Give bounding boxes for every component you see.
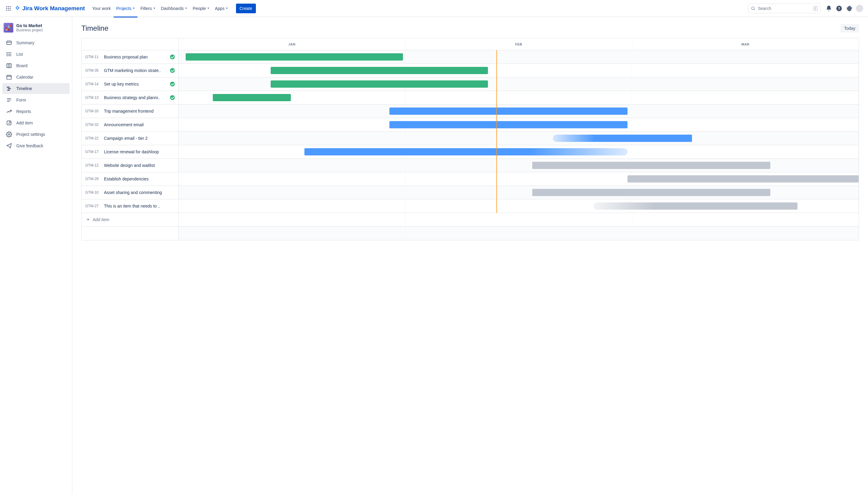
search-input[interactable] [758,6,811,11]
sidebar-item-summary[interactable]: Summary [2,37,70,48]
timeline-row[interactable]: GTM-22Campaign email - tier 2 [82,132,858,145]
month-label: JAN [179,38,405,50]
issue-key: GTM-35 [85,69,101,73]
svg-rect-30 [7,90,10,91]
svg-point-0 [6,6,7,7]
timeline-row[interactable]: GTM-29Establish dependencies [82,172,858,186]
timeline-row[interactable]: GTM-14Set up key metrics [82,77,858,91]
feedback-icon [6,143,12,149]
issue-key: GTM-11 [85,55,101,59]
issue-title: GTM marketing motion strate.. [104,68,167,73]
timeline-bar[interactable] [271,67,488,74]
sidebar-item-give-feedback[interactable]: Give feedback [2,140,70,151]
timeline-bar[interactable] [304,148,627,155]
issue-key: GTM-14 [85,82,101,86]
svg-point-7 [8,10,9,11]
sidebar-item-project-settings[interactable]: Project settings [2,129,70,140]
form-icon [6,97,12,103]
today-marker [496,50,497,213]
timeline-row[interactable]: GTM-13Business strategy and planni.. [82,91,858,104]
timeline-bar[interactable] [389,108,627,115]
notifications-icon[interactable] [824,4,834,13]
timeline-bar[interactable] [553,135,692,142]
add-item-row[interactable]: + Add item [82,213,858,227]
issue-key: GTM-22 [85,136,101,140]
month-label: MAR [632,38,858,50]
issue-key: GTM-13 [85,95,101,100]
issue-title: Asset sharing and commenting [104,190,175,195]
svg-point-4 [8,8,9,9]
nav-item-filters[interactable]: Filters▼ [138,4,158,13]
timeline-row[interactable]: GTM-32Announcement email [82,118,858,132]
today-button[interactable]: Today [841,24,859,33]
nav-item-people[interactable]: People▼ [190,4,212,13]
svg-rect-21 [7,63,12,68]
timeline-bar[interactable] [532,189,770,196]
app-switcher-icon[interactable] [4,4,13,13]
nav-items: Your workProjects▼Filters▼Dashboards▼Peo… [90,4,230,13]
issue-title: License renewal for dashloop [104,149,175,154]
issue-title: Website design and waitlist [104,163,175,168]
status-done-icon [170,68,175,73]
issue-key: GTM-17 [85,150,101,154]
sidebar-item-label: Timeline [16,86,32,91]
timeline-row[interactable]: GTM-12Website design and waitlist [82,159,858,172]
issue-title: Business proposal plan [104,55,167,59]
svg-point-1 [8,6,9,7]
issue-key: GTM-27 [85,204,101,208]
create-button[interactable]: Create [236,4,256,13]
issue-title: Campaign email - tier 2 [104,136,175,141]
timeline-bar[interactable] [213,94,291,101]
timeline-row[interactable]: GTM-10Asset sharing and commenting [82,186,858,200]
month-label: FEB [405,38,632,50]
issue-title: This is an item that needs to .. [104,204,175,208]
nav-item-your-work[interactable]: Your work [90,4,113,13]
svg-line-10 [754,9,755,10]
timeline-row[interactable]: GTM-27This is an item that needs to .. [82,200,858,213]
sidebar-item-form[interactable]: Form [2,95,70,106]
nav-item-projects[interactable]: Projects▼ [114,4,137,13]
issue-title: Trip management frontend [104,109,175,114]
issue-title: Business strategy and planni.. [104,95,167,100]
timeline: JANFEBMAR GTM-11Business proposal planGT… [81,38,859,240]
timeline-row[interactable]: GTM-35GTM marketing motion strate.. [82,64,858,77]
project-header[interactable]: 🚀 Go to Market Business project [2,23,70,37]
issue-title: Announcement email [104,122,175,127]
sidebar-item-add-item[interactable]: Add item [2,117,70,128]
timeline-bar[interactable] [186,53,403,60]
chevron-down-icon: ▼ [207,7,209,10]
timeline-bar[interactable] [627,175,859,183]
nav-item-dashboards[interactable]: Dashboards▼ [159,4,189,13]
timeline-row[interactable]: GTM-17License renewal for dashloop [82,145,858,159]
status-done-icon [170,82,175,87]
svg-point-2 [10,6,11,7]
sidebar-item-board[interactable]: Board [2,60,70,71]
timeline-row[interactable]: GTM-33Trip management frontend [82,104,858,118]
slash-hint: / [813,6,818,11]
profile-avatar[interactable] [855,4,864,13]
timeline-bar[interactable] [532,162,770,169]
top-nav: Jira Work Management Your workProjects▼F… [0,0,868,17]
timeline-row[interactable]: GTM-11Business proposal plan [82,50,858,64]
timeline-bar[interactable] [271,80,488,88]
svg-point-18 [7,52,7,53]
calendar-icon [6,74,12,80]
search-box[interactable]: / [748,4,820,13]
issue-title: Establish dependencies [104,176,175,181]
status-done-icon [170,95,175,100]
timeline-bar[interactable] [389,121,627,128]
nav-item-apps[interactable]: Apps▼ [213,4,230,13]
summary-icon [6,40,12,46]
sidebar-item-calendar[interactable]: Calendar [2,72,70,82]
timeline-bar[interactable] [593,203,797,210]
sidebar-item-reports[interactable]: Reports [2,106,70,117]
product-logo[interactable]: Jira Work Management [15,5,85,12]
plus-icon: + [87,216,90,223]
settings-icon[interactable] [845,4,854,13]
sidebar-item-list[interactable]: List [2,49,70,60]
sidebar-item-timeline[interactable]: Timeline [2,83,70,94]
list-icon [6,51,12,57]
svg-rect-13 [7,41,12,44]
search-icon [751,6,756,11]
help-icon[interactable]: ? [834,4,844,13]
